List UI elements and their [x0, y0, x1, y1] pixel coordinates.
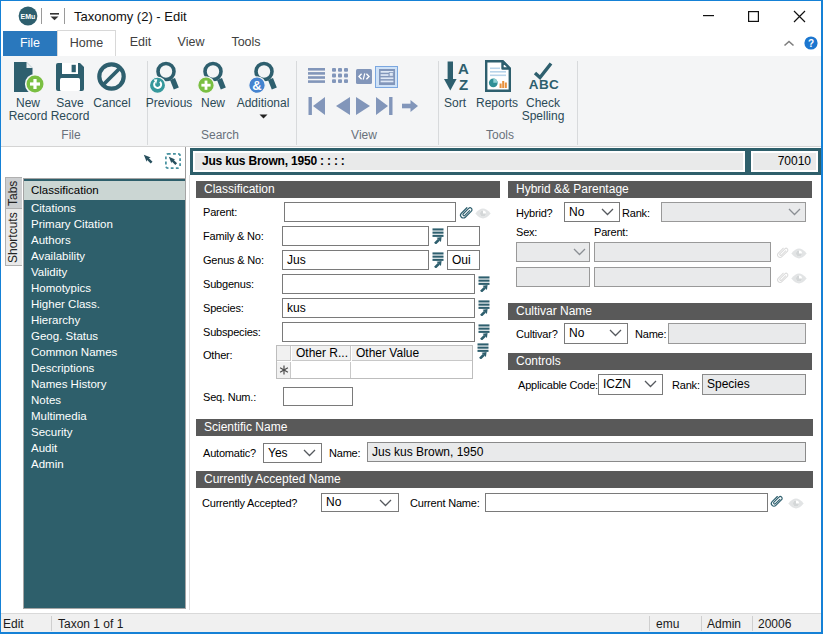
svg-text:Z: Z [459, 76, 468, 91]
svg-text:ABC: ABC [529, 77, 559, 91]
svg-text:&: & [252, 78, 261, 93]
svg-text:?: ? [808, 38, 814, 49]
svg-text:A: A [458, 61, 469, 77]
svg-text:EMu: EMu [21, 13, 36, 20]
